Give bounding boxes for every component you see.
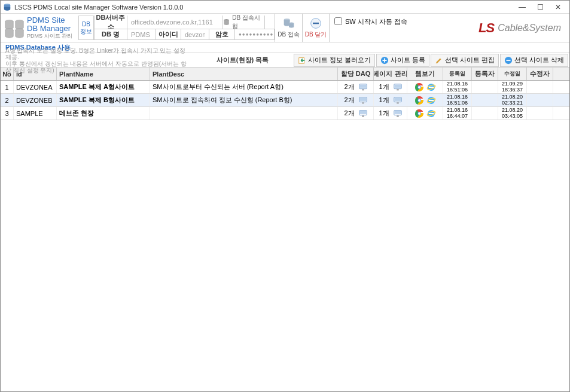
cell-reg-by xyxy=(472,94,498,106)
svg-point-22 xyxy=(418,86,420,88)
ie-icon[interactable] xyxy=(426,96,436,105)
db-test-button[interactable]: DB 접속시험 xyxy=(222,16,265,29)
cell-reg-by xyxy=(472,81,498,93)
chrome-icon[interactable] xyxy=(414,109,424,118)
brand-line-1: PDMS Site xyxy=(27,16,72,24)
cell-mod-by xyxy=(527,107,553,120)
delete-icon xyxy=(504,56,513,65)
col-no[interactable]: No xyxy=(1,68,14,80)
db-name-input[interactable] xyxy=(127,29,155,39)
brand-block: PDMS Site DB Manager PDMS 사이트 관리 xyxy=(1,14,77,42)
monitor-icon[interactable] xyxy=(359,109,367,118)
db-server-addr-label: DB서버주소 xyxy=(94,16,127,29)
db-server-addr-input[interactable] xyxy=(127,16,222,29)
cell-id: SAMPLE xyxy=(14,107,57,120)
monitor-icon[interactable] xyxy=(394,109,402,118)
delete-site-button[interactable]: 선택 사이트 삭제 xyxy=(500,54,568,67)
cell-reg-date: 21.08.1616:44:07 xyxy=(443,107,472,120)
monitor-icon[interactable] xyxy=(359,96,367,105)
cell-page: 1개 xyxy=(374,81,407,93)
cell-daq: 2개 xyxy=(338,107,374,120)
svg-rect-9 xyxy=(313,22,319,24)
monitor-icon[interactable] xyxy=(359,83,367,91)
svg-rect-15 xyxy=(359,84,366,87)
ie-icon[interactable] xyxy=(426,109,436,118)
cell-reg-date: 21.08.1616:51:06 xyxy=(443,81,472,93)
svg-rect-29 xyxy=(394,97,401,100)
cell-no: 2 xyxy=(1,94,14,106)
db-connect-button[interactable]: DB 접속 xyxy=(275,14,302,42)
auto-connect-label: SW 시작시 자동 접속 xyxy=(345,17,407,26)
add-site-button[interactable]: 사이트 등록 xyxy=(376,54,429,67)
cell-daq: 2개 xyxy=(338,94,374,106)
col-mod-by[interactable]: 수정자 xyxy=(527,68,553,80)
col-id[interactable]: id xyxy=(14,68,57,80)
col-reg-date[interactable]: 등록일 xyxy=(443,68,472,80)
database-stack-icon xyxy=(4,18,25,38)
cell-page: 1개 xyxy=(374,94,407,106)
import-icon xyxy=(298,56,306,65)
monitor-icon[interactable] xyxy=(394,83,402,91)
cell-no: 3 xyxy=(1,107,14,120)
db-close-button[interactable]: DB 닫기 xyxy=(302,14,330,42)
cell-mod-date: 21.08.2002:33:21 xyxy=(498,94,527,106)
table-row[interactable]: 2DEVZONEBSAMPLE 복제 B형사이트SM사이트로 접속하여 정보 수… xyxy=(1,94,569,107)
cell-page: 1개 xyxy=(374,107,407,120)
svg-rect-38 xyxy=(362,115,364,117)
cell-plant-desc: SM사이트로 접속하여 정보 수신형 (Report B형) xyxy=(150,94,338,106)
window-title: LSCS PDMS Local site Manager Software Ve… xyxy=(14,4,513,11)
chrome-icon[interactable] xyxy=(414,96,424,105)
action-buttons: 사이트 정보 불러오기 사이트 등록 선택 사이트 편집 선택 사이트 삭제 xyxy=(294,54,569,67)
grid-header: No id PlantName PlantDesc 할당 DAQ 페이지 관리 … xyxy=(1,68,569,81)
window-close-button[interactable]: ✕ xyxy=(549,1,567,13)
cell-plant-name: SAMPLE 복제 B형사이트 xyxy=(57,94,150,106)
db-test-icon xyxy=(222,18,230,26)
cell-plant-desc: SM사이트로부터 수신되는 서버 (Report A형) xyxy=(150,81,338,93)
table-row[interactable]: 3SAMPLE데브존 현장2개1개21.08.1616:44:0721.08.2… xyxy=(1,107,569,120)
logo-rest: Cable&System xyxy=(498,23,561,33)
col-plant-desc[interactable]: PlantDesc xyxy=(150,68,338,80)
cell-mod-date: 21.09.2918:36:37 xyxy=(498,81,527,93)
db-connection-fields: DB서버주소 DB 접속시험 DB 명 아이디 암호 ●●●●●●●●●● xyxy=(94,16,275,40)
cell-web xyxy=(407,94,443,106)
window-minimize-button[interactable]: — xyxy=(513,1,531,13)
auto-connect-checkbox[interactable] xyxy=(334,17,342,25)
db-pw-label: 암호 xyxy=(209,29,235,39)
cell-mod-date: 21.08.2003:43:05 xyxy=(498,107,527,120)
edit-site-button[interactable]: 선택 사이트 편집 xyxy=(431,54,499,67)
cell-plant-name: 데브존 현장 xyxy=(57,107,150,120)
cell-mod-by xyxy=(527,94,553,106)
db-info-label: DB정보 xyxy=(80,21,92,35)
db-id-input[interactable] xyxy=(181,29,209,39)
col-plant-name[interactable]: PlantName xyxy=(57,68,150,80)
col-mod-date[interactable]: 수정일 xyxy=(498,68,527,80)
col-page[interactable]: 페이지 관리 xyxy=(374,68,407,80)
cell-mod-by xyxy=(527,81,553,93)
sub-header: A형 접속시 모든 설정 로딩. B형은 Linker가 접속시 가지고 있는 … xyxy=(1,53,569,68)
svg-point-44 xyxy=(418,112,420,115)
cell-reg-by xyxy=(472,107,498,120)
col-reg-by[interactable]: 등록자 xyxy=(472,68,498,80)
svg-rect-26 xyxy=(359,97,366,100)
cell-reg-date: 21.08.1616:51:06 xyxy=(443,94,472,106)
svg-rect-30 xyxy=(397,102,399,103)
monitor-icon[interactable] xyxy=(394,96,402,105)
window-maximize-button[interactable]: ☐ xyxy=(531,1,549,13)
db-id-label: 아이디 xyxy=(155,29,181,39)
table-row[interactable]: 1DEVZONEASAMPLE 복제 A형사이트SM사이트로부터 수신되는 서버… xyxy=(1,81,569,94)
company-logo: LS Cable&System xyxy=(478,14,569,42)
edit-icon xyxy=(435,56,443,65)
chrome-icon[interactable] xyxy=(414,82,424,92)
col-web[interactable]: 웹보기 xyxy=(407,68,443,80)
col-daq[interactable]: 할당 DAQ xyxy=(338,68,374,80)
main-toolbar: PDMS Site DB Manager PDMS 사이트 관리 DB정보 DB… xyxy=(1,14,569,42)
cell-id: DEVZONEA xyxy=(14,81,57,93)
logo-ls: LS xyxy=(478,20,494,36)
svg-rect-18 xyxy=(394,84,401,87)
ie-icon[interactable] xyxy=(426,82,436,92)
window-titlebar: LSCS PDMS Local site Manager Software Ve… xyxy=(1,1,569,14)
import-site-button[interactable]: 사이트 정보 불러오기 xyxy=(294,54,375,67)
db-pw-input[interactable]: ●●●●●●●●●● xyxy=(235,29,275,39)
cell-plant-desc xyxy=(150,107,338,120)
svg-point-33 xyxy=(418,99,420,102)
